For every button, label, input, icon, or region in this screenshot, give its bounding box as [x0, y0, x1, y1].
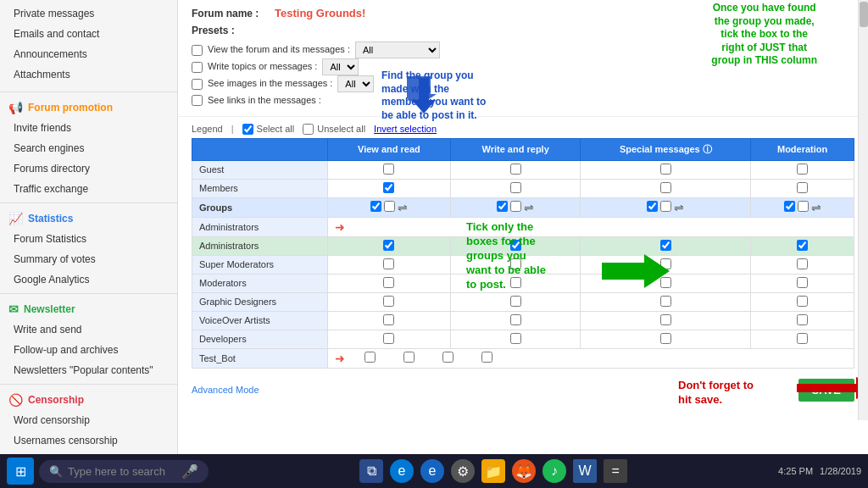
sidebar-item-invite-friends[interactable]: Invite friends: [0, 118, 177, 138]
save-button[interactable]: SAVE: [798, 379, 854, 402]
dev-mod-checkbox[interactable]: [797, 333, 808, 344]
taskbar-icon-files[interactable]: 📁: [481, 459, 505, 483]
see-images-checkbox[interactable]: [192, 79, 203, 90]
row-mod-gd[interactable]: [751, 292, 854, 311]
write-topics-checkbox[interactable]: [192, 62, 203, 73]
row-special-admin[interactable]: [581, 236, 751, 255]
invert-selection-link[interactable]: Invert selection: [374, 124, 437, 134]
taskbar-icon-calc[interactable]: =: [604, 459, 627, 483]
row-write-gd[interactable]: [450, 292, 581, 311]
row-mod-dev[interactable]: [751, 330, 854, 348]
row-view-members[interactable]: [328, 179, 451, 197]
start-button[interactable]: ⊞: [7, 458, 34, 485]
testbot-special-checkbox[interactable]: [442, 352, 453, 363]
guest-write-checkbox[interactable]: [510, 164, 521, 175]
sidebar-item-word-censorship[interactable]: Word censorship: [0, 410, 177, 430]
members-write-checkbox[interactable]: [510, 182, 521, 193]
row-mod-mods[interactable]: [751, 274, 854, 292]
groups-write-cb2[interactable]: [510, 201, 521, 212]
row-mod-supermods[interactable]: [751, 255, 854, 274]
supermods-view-checkbox[interactable]: [383, 258, 394, 269]
row-special-members[interactable]: [581, 179, 751, 197]
sidebar-item-search-engines[interactable]: Search engines: [0, 138, 177, 158]
row-view-admin[interactable]: [328, 236, 451, 255]
supermods-special-checkbox[interactable]: [660, 258, 671, 269]
row-write-members[interactable]: [450, 179, 581, 197]
taskbar-icon-settings[interactable]: ⚙: [451, 459, 475, 483]
row-mod-vo[interactable]: [751, 311, 854, 330]
members-mod-checkbox[interactable]: [797, 182, 808, 193]
row-special-mods[interactable]: [581, 274, 751, 292]
members-special-checkbox[interactable]: [660, 182, 671, 193]
admin-view-checkbox[interactable]: [383, 240, 394, 251]
groups-view-cb2[interactable]: [384, 201, 395, 212]
sidebar-item-followup[interactable]: Follow-up and archives: [0, 340, 177, 360]
row-view-mods[interactable]: [328, 274, 451, 292]
sidebar-item-usernames-censorship[interactable]: Usernames censorship: [0, 430, 177, 451]
row-mod-admin[interactable]: [751, 236, 854, 255]
sidebar-item-traffic-exchange[interactable]: Traffic exchange: [0, 179, 177, 199]
row-view-guest[interactable]: [328, 160, 451, 179]
row-special-vo[interactable]: [581, 311, 751, 330]
members-view-checkbox[interactable]: [383, 182, 394, 193]
view-forum-checkbox[interactable]: [192, 45, 203, 56]
vo-special-checkbox[interactable]: [660, 314, 671, 325]
row-view-gd[interactable]: [328, 292, 451, 311]
row-write-guest[interactable]: [450, 160, 581, 179]
groups-mod-cb[interactable]: [784, 201, 795, 212]
sidebar-item-summary-votes[interactable]: Summary of votes: [0, 249, 177, 269]
sidebar-item-newsletters-popular[interactable]: Newsletters "Popular contents": [0, 360, 177, 380]
admin-special-checkbox[interactable]: [660, 240, 671, 251]
row-mod-guest[interactable]: [751, 160, 854, 179]
row-view-vo[interactable]: [328, 311, 451, 330]
vo-view-checkbox[interactable]: [383, 314, 394, 325]
supermods-mod-checkbox[interactable]: [797, 258, 808, 269]
groups-special-cb[interactable]: [647, 201, 658, 212]
sidebar-item-announcements[interactable]: Announcements: [0, 44, 177, 64]
mods-special-checkbox[interactable]: [660, 277, 671, 288]
sidebar-category-forum-promotion[interactable]: 📢 Forum promotion: [0, 96, 177, 118]
testbot-mod-checkbox[interactable]: [481, 352, 492, 363]
mods-write-checkbox[interactable]: [510, 277, 521, 288]
row-special-gd[interactable]: [581, 292, 751, 311]
dev-write-checkbox[interactable]: [510, 333, 521, 344]
sidebar-category-censorship[interactable]: 🚫 Censorship: [0, 388, 177, 410]
supermods-write-checkbox[interactable]: [510, 258, 521, 269]
taskbar-icon-spotify[interactable]: ♪: [542, 459, 566, 483]
row-special-dev[interactable]: [581, 330, 751, 348]
testbot-view-checkbox[interactable]: [364, 352, 376, 363]
guest-view-checkbox[interactable]: [383, 164, 394, 175]
row-write-dev[interactable]: [450, 330, 581, 348]
groups-mod-cb2[interactable]: [798, 201, 809, 212]
row-write-mods[interactable]: [450, 274, 581, 292]
vo-mod-checkbox[interactable]: [797, 314, 808, 325]
admin-write-checkbox[interactable]: [510, 240, 521, 251]
admin-mod-checkbox[interactable]: [797, 240, 808, 251]
row-special-supermods[interactable]: [581, 255, 751, 274]
gd-special-checkbox[interactable]: [660, 296, 671, 307]
scroll-thumb[interactable]: [860, 2, 868, 27]
row-write-vo[interactable]: [450, 311, 581, 330]
sidebar-item-google-analytics[interactable]: Google Analytics: [0, 269, 177, 290]
groups-write-cb[interactable]: [497, 201, 508, 212]
row-special-guest[interactable]: [581, 160, 751, 179]
sidebar-item-forum-statistics[interactable]: Forum Statistics: [0, 229, 177, 249]
gd-mod-checkbox[interactable]: [797, 296, 808, 307]
groups-special-cb2[interactable]: [660, 201, 671, 212]
sidebar-category-statistics[interactable]: 📈 Statistics: [0, 207, 177, 229]
dev-view-checkbox[interactable]: [383, 333, 394, 344]
vo-write-checkbox[interactable]: [510, 314, 521, 325]
sidebar-category-newsletter[interactable]: ✉ Newsletter: [0, 297, 177, 319]
taskbar-icon-task-view[interactable]: ⧉: [359, 459, 383, 483]
row-write-supermods[interactable]: [450, 255, 581, 274]
taskbar-icon-ie[interactable]: e: [420, 459, 444, 483]
scroll-indicator[interactable]: [858, 0, 868, 420]
advanced-mode-link[interactable]: Advanced Mode: [192, 385, 263, 395]
taskbar-icon-edge[interactable]: e: [390, 459, 414, 483]
row-write-admin[interactable]: [450, 236, 581, 255]
sidebar-item-write-send[interactable]: Write and send: [0, 319, 177, 340]
write-topics-select[interactable]: All: [322, 58, 359, 75]
guest-special-checkbox[interactable]: [660, 164, 671, 175]
taskbar-icon-firefox[interactable]: 🦊: [512, 459, 536, 483]
taskbar-icon-word[interactable]: W: [573, 459, 597, 483]
